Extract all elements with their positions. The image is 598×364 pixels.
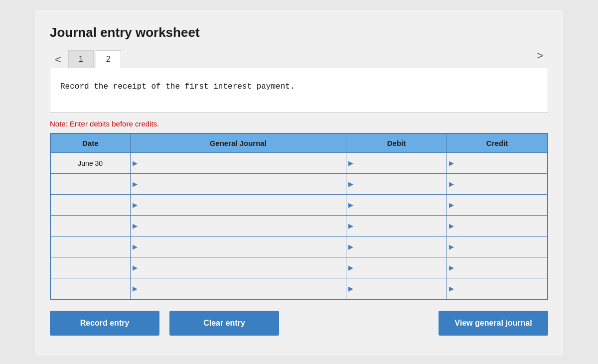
debit-cell-5[interactable]: ▶ [346,257,447,278]
credit-cell-1[interactable]: ▶ [447,174,548,195]
instruction-text: Record the receipt of the first interest… [60,82,295,91]
gj-arrow-5: ▶ [131,264,140,271]
col-header-debit: Debit [346,133,447,153]
credit-arrow-6: ▶ [447,285,456,292]
debit-arrow-1: ▶ [346,180,355,188]
debit-input-2[interactable] [355,195,447,215]
debit-input-3[interactable] [355,216,447,236]
general-journal-cell-2[interactable]: ▶ [130,195,346,216]
debit-arrow-0: ▶ [346,159,355,167]
debit-cell-3[interactable]: ▶ [346,216,447,237]
gj-input-4[interactable] [140,237,346,257]
instruction-box: Record the receipt of the first interest… [50,68,548,113]
date-cell-1 [50,174,130,195]
credit-input-6[interactable] [456,278,547,299]
credit-arrow-0: ▶ [447,159,456,167]
debit-cell-1[interactable]: ▶ [346,174,447,195]
gj-input-1[interactable] [140,174,346,194]
gj-arrow-3: ▶ [131,222,140,230]
credit-arrow-4: ▶ [447,243,456,250]
gj-input-5[interactable] [140,257,346,278]
general-journal-cell-4[interactable]: ▶ [130,237,346,257]
nav-right-arrow[interactable]: > [532,48,548,64]
credit-arrow-3: ▶ [447,222,456,230]
credit-input-0[interactable] [456,153,547,173]
credit-input-5[interactable] [456,257,547,278]
date-cell-0: June 30 [50,153,130,174]
date-cell-2 [50,195,130,216]
gj-arrow-4: ▶ [131,243,140,250]
gj-input-0[interactable] [140,153,346,173]
debit-cell-4[interactable]: ▶ [346,237,447,257]
credit-arrow-2: ▶ [447,201,456,209]
credit-cell-6[interactable]: ▶ [447,278,548,299]
date-cell-5 [50,257,130,278]
date-cell-4 [50,237,130,257]
general-journal-cell-3[interactable]: ▶ [130,216,346,237]
gj-arrow-2: ▶ [131,201,140,209]
col-header-general-journal: General Journal [130,133,346,153]
debit-arrow-2: ▶ [346,201,355,209]
table-row: ▶▶▶ [50,195,548,216]
debit-input-6[interactable] [355,278,447,299]
credit-arrow-1: ▶ [447,180,456,188]
gj-input-2[interactable] [140,195,346,215]
credit-input-2[interactable] [456,195,547,215]
clear-entry-button[interactable]: Clear entry [169,311,279,336]
tab-navigation: < 1 2 > [50,50,548,68]
debit-cell-6[interactable]: ▶ [346,278,447,299]
debit-arrow-6: ▶ [346,285,355,292]
col-header-credit: Credit [447,133,548,153]
table-row: ▶▶▶ [50,278,548,299]
credit-cell-4[interactable]: ▶ [447,237,548,257]
credit-arrow-5: ▶ [447,264,456,271]
col-header-date: Date [50,133,130,153]
debit-input-4[interactable] [355,237,447,257]
credit-input-4[interactable] [456,237,547,257]
debit-input-5[interactable] [355,257,447,278]
date-cell-6 [50,278,130,299]
tab-1[interactable]: 1 [68,50,94,68]
credit-cell-2[interactable]: ▶ [447,195,548,216]
credit-cell-5[interactable]: ▶ [447,257,548,278]
debit-cell-2[interactable]: ▶ [346,195,447,216]
credit-cell-3[interactable]: ▶ [447,216,548,237]
gj-input-6[interactable] [140,278,346,299]
note-text: Note: Enter debits before credits. [50,120,548,128]
debit-arrow-3: ▶ [346,222,355,230]
debit-cell-0[interactable]: ▶ [346,153,447,174]
page-title: Journal entry worksheet [50,25,548,40]
credit-input-1[interactable] [456,174,547,194]
table-row: June 30▶▶▶ [50,153,548,174]
table-row: ▶▶▶ [50,257,548,278]
debit-arrow-4: ▶ [346,243,355,250]
general-journal-cell-6[interactable]: ▶ [130,278,346,299]
general-journal-cell-5[interactable]: ▶ [130,257,346,278]
general-journal-cell-0[interactable]: ▶ [130,153,346,174]
record-entry-button[interactable]: Record entry [50,311,159,336]
buttons-row: Record entry Clear entry View general jo… [50,311,548,336]
credit-cell-0[interactable]: ▶ [447,153,548,174]
tab-2[interactable]: 2 [96,50,121,68]
gj-arrow-6: ▶ [131,285,140,292]
debit-arrow-5: ▶ [346,264,355,271]
date-cell-3 [50,216,130,237]
journal-table: Date General Journal Debit Credit June 3… [50,133,548,300]
gj-arrow-0: ▶ [131,159,140,167]
gj-arrow-1: ▶ [131,180,140,188]
table-row: ▶▶▶ [50,216,548,237]
gj-input-3[interactable] [140,216,346,236]
debit-input-1[interactable] [355,174,447,194]
general-journal-cell-1[interactable]: ▶ [130,174,346,195]
view-general-journal-button[interactable]: View general journal [439,311,548,336]
table-row: ▶▶▶ [50,174,548,195]
nav-left-arrow[interactable]: < [50,52,66,68]
credit-input-3[interactable] [456,216,547,236]
main-container: Journal entry worksheet < 1 2 > Record t… [35,10,563,356]
table-row: ▶▶▶ [50,237,548,257]
debit-input-0[interactable] [355,153,447,173]
